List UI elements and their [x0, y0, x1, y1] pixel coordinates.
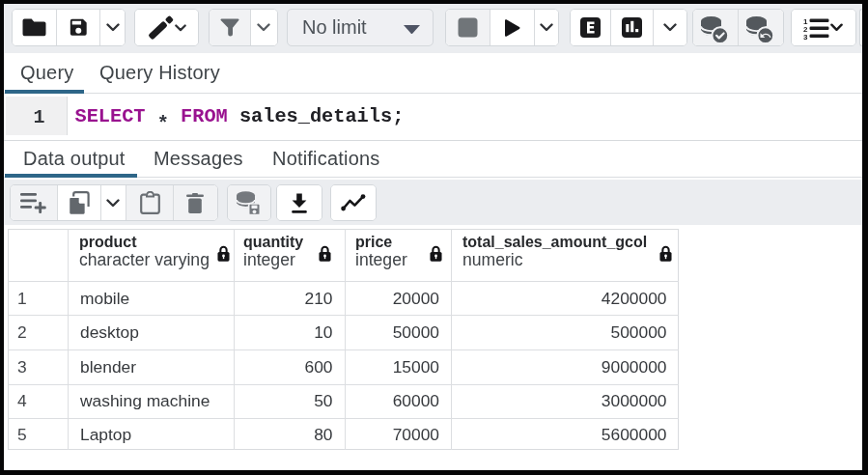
svg-text:3: 3: [803, 32, 808, 40]
